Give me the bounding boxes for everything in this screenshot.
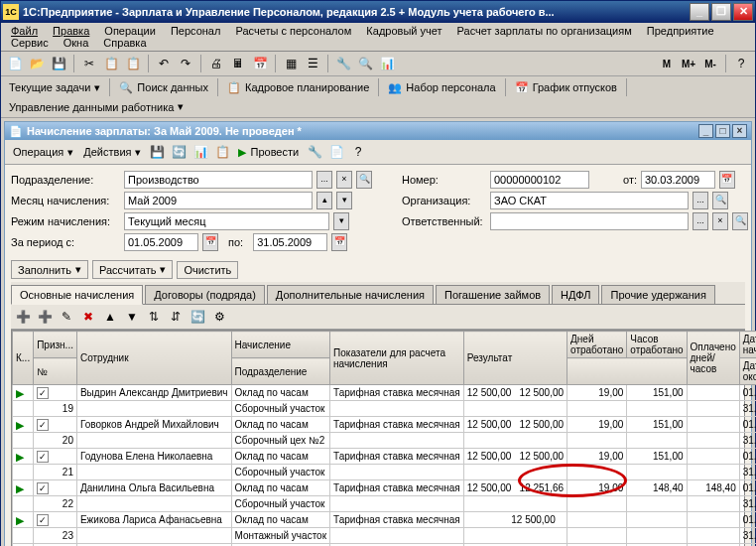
table-row[interactable]: ▶ ✓ Данилина Ольга Васильевна Оклад по ч…	[13, 480, 757, 496]
resp-input[interactable]	[490, 212, 689, 230]
date-cal-btn[interactable]: 📅	[719, 171, 735, 189]
save-icon[interactable]: 💾	[49, 54, 68, 73]
tool-icon-3[interactable]: 📊	[377, 54, 397, 73]
cut-icon[interactable]: ✂	[79, 54, 99, 73]
tab-other[interactable]: Прочие удержания	[601, 285, 714, 304]
mode-mminus-icon[interactable]: M-	[700, 54, 720, 73]
table-row-sub[interactable]: 22 Сборочный участок 31.05.2009	[13, 496, 757, 512]
col-days[interactable]: Дней отработано	[567, 332, 627, 358]
grid-insert-icon[interactable]: ➕	[35, 307, 55, 327]
grid-icon[interactable]: ▦	[281, 54, 301, 73]
col-n[interactable]: №	[34, 358, 77, 385]
col-prizn[interactable]: Призн...	[34, 332, 77, 358]
col-result[interactable]: Результат	[463, 332, 567, 385]
tb-mgmt[interactable]: Управление данными работника ▾	[5, 98, 188, 115]
tab-loans[interactable]: Погашение займов	[436, 285, 550, 304]
minimize-button[interactable]: _	[690, 3, 709, 21]
date-input[interactable]	[641, 171, 715, 189]
menu-salary-calc[interactable]: Расчет зарплаты по организациям	[451, 23, 638, 39]
table-row-sub[interactable]: 23 Монтажный участок 31.05.2009	[13, 528, 757, 544]
fill-button[interactable]: Заполнить ▾	[11, 260, 88, 279]
period-from-cal-btn[interactable]: 📅	[202, 233, 218, 251]
doc-maximize-button[interactable]: □	[715, 124, 730, 138]
accruals-grid[interactable]: К... Призн... Сотрудник Начисление Показ…	[11, 330, 745, 546]
doc-minimize-button[interactable]: _	[698, 124, 713, 138]
redo-icon[interactable]: ↷	[176, 54, 195, 73]
menu-enterprise[interactable]: Предприятие	[641, 23, 720, 39]
resp-search-btn[interactable]: 🔍	[732, 212, 748, 230]
menu-personnel[interactable]: Персонал	[165, 23, 227, 39]
doc-close-button[interactable]: ×	[732, 124, 747, 138]
calc-icon[interactable]: 🖩	[228, 54, 248, 73]
tool-icon-2[interactable]: 🔍	[355, 54, 375, 73]
doc-help-icon[interactable]: ?	[348, 142, 368, 162]
period-from-input[interactable]	[124, 233, 198, 251]
grid-sort2-icon[interactable]: ⇵	[166, 307, 186, 327]
operation-menu[interactable]: Операция ▾	[9, 144, 77, 161]
menu-hr[interactable]: Кадровый учет	[360, 23, 447, 39]
doc-save-icon[interactable]: 💾	[147, 142, 167, 162]
col-end[interactable]: Дата окончания	[739, 358, 756, 385]
post-button[interactable]: ▶Провести	[234, 144, 303, 161]
division-select-btn[interactable]: ...	[316, 171, 332, 189]
grid-filter-icon[interactable]: ⚙	[209, 307, 229, 327]
tab-additional[interactable]: Дополнительные начисления	[267, 285, 434, 304]
help-icon[interactable]: ?	[731, 54, 751, 73]
resp-clear-btn[interactable]: ×	[712, 212, 728, 230]
grid-down-icon[interactable]: ▼	[122, 307, 142, 327]
month-up-btn[interactable]: ▴	[316, 192, 332, 209]
mode-input[interactable]	[124, 212, 329, 230]
tab-main-accruals[interactable]: Основные начисления	[11, 285, 143, 305]
col-accrual[interactable]: Начисление	[231, 332, 330, 358]
period-to-cal-btn[interactable]: 📅	[331, 233, 347, 251]
undo-icon[interactable]: ↶	[154, 54, 174, 73]
division-clear-btn[interactable]: ×	[336, 171, 352, 189]
grid-up-icon[interactable]: ▲	[100, 307, 120, 327]
doc-nav-icon[interactable]: 📊	[190, 142, 210, 162]
paste-icon[interactable]: 📋	[123, 54, 143, 73]
col-indicators[interactable]: Показатели для расчета начисления	[330, 332, 464, 385]
open-icon[interactable]: 📂	[27, 54, 47, 73]
new-icon[interactable]: 📄	[5, 54, 25, 73]
menu-windows[interactable]: Окна	[58, 35, 95, 51]
actions-menu[interactable]: Действия ▾	[79, 144, 145, 161]
org-input[interactable]	[490, 192, 689, 209]
tab-ndfl[interactable]: НДФЛ	[552, 285, 599, 304]
col-paid[interactable]: Оплачено дней/часов	[687, 332, 739, 385]
division-input[interactable]	[124, 171, 313, 189]
doc-report-icon[interactable]: 📋	[212, 142, 232, 162]
table-row[interactable]: ▶ ✓ Годунова Елена Николаевна Оклад по ч…	[13, 449, 757, 465]
maximize-button[interactable]: ❐	[711, 3, 731, 21]
grid-delete-icon[interactable]: ✖	[78, 307, 98, 327]
menu-help[interactable]: Справка	[97, 35, 152, 51]
table-row[interactable]: ▶ ✓ Ежикова Лариса Афанасьевна Оклад по …	[13, 512, 757, 528]
col-subdept[interactable]: Подразделение	[231, 358, 330, 385]
close-button[interactable]: ✕	[733, 3, 753, 21]
tb-search[interactable]: 🔍Поиск данных	[115, 79, 212, 96]
tb-recruit[interactable]: 👥Набор персонала	[384, 79, 499, 96]
table-row[interactable]: ▶ ✓ Говорков Андрей Михайлович Оклад по …	[13, 417, 757, 433]
table-row-sub[interactable]: 20 Сборочный цех №2 31.05.2009	[13, 433, 757, 449]
month-down-btn[interactable]: ▾	[336, 192, 352, 209]
table-row[interactable]: ▶ ✓ Выдрин Александр Дмитриевич Оклад по…	[13, 385, 757, 401]
tb-vacation[interactable]: 📅График отпусков	[511, 79, 621, 96]
col-k[interactable]: К...	[13, 332, 34, 385]
org-select-btn[interactable]: ...	[693, 192, 708, 209]
grid-add-icon[interactable]: ➕	[13, 307, 33, 327]
number-input[interactable]	[490, 171, 589, 189]
tab-contracts[interactable]: Договоры (подряда)	[145, 285, 265, 304]
division-search-btn[interactable]: 🔍	[356, 171, 372, 189]
month-input[interactable]	[124, 192, 313, 209]
col-emp[interactable]: Сотрудник	[76, 332, 231, 385]
mode-drop-btn[interactable]: ▾	[333, 212, 349, 230]
print-icon[interactable]: 🖨	[206, 54, 226, 73]
clear-button[interactable]: Очистить	[177, 261, 238, 279]
copy-icon[interactable]: 📋	[101, 54, 121, 73]
table-row-sub[interactable]: 19 Сборочный участок 31.05.2009	[13, 401, 757, 417]
resp-select-btn[interactable]: ...	[693, 212, 708, 230]
calendar-icon[interactable]: 📅	[250, 54, 270, 73]
mode-mplus-icon[interactable]: M+	[679, 54, 698, 73]
grid-refresh-icon[interactable]: 🔄	[188, 307, 207, 327]
menu-service[interactable]: Сервис	[5, 35, 55, 51]
tool-icon-1[interactable]: 🔧	[333, 54, 353, 73]
